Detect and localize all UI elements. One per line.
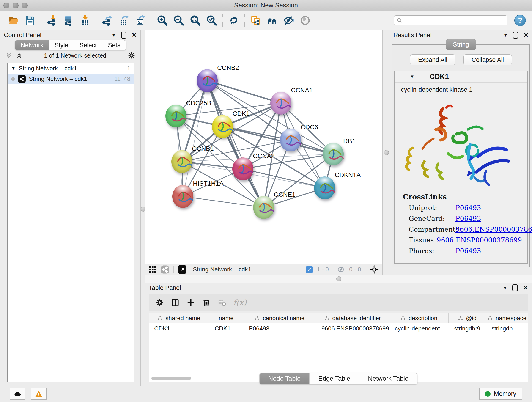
network-node-label: CDK1 [233, 110, 250, 117]
tab-network[interactable]: Network [15, 40, 49, 50]
import-network-from-database-button[interactable] [62, 14, 75, 27]
collapse-all-chevron-icon[interactable] [5, 52, 12, 59]
left-splitter[interactable] [140, 30, 146, 386]
column-header[interactable]: name [209, 313, 243, 323]
right-splitter[interactable] [382, 30, 390, 274]
tab-network-table[interactable]: Network Table [359, 373, 418, 384]
network-node[interactable] [196, 69, 218, 92]
panel-close-icon[interactable]: ✕ [523, 32, 529, 39]
window-title: Session: New Session [0, 0, 532, 10]
import-table-from-file-button[interactable] [79, 14, 92, 27]
expand-all-chevron-icon[interactable] [16, 52, 23, 59]
protein-header[interactable]: ▼ CDK1 [395, 71, 527, 82]
network-edge[interactable] [183, 81, 207, 196]
network-collection-row[interactable]: ▼ String Network – cdk1 1 [7, 63, 134, 74]
column-header[interactable]: canonical name [243, 313, 316, 323]
fit-crosshair-icon[interactable] [370, 265, 379, 274]
network-node[interactable] [280, 128, 301, 152]
zoom-fit-button[interactable] [189, 14, 202, 27]
tab-edge-table[interactable]: Edge Table [310, 373, 359, 384]
tab-sets[interactable]: Sets [102, 40, 126, 50]
duplicate-network-button[interactable] [249, 14, 262, 27]
network-row[interactable]: String Network – cdk1 11 48 [7, 74, 134, 84]
network-node[interactable] [323, 143, 344, 166]
show-all-button[interactable] [298, 14, 312, 27]
column-header[interactable]: shared name [149, 313, 209, 323]
tab-style[interactable]: Style [49, 40, 74, 50]
search-input[interactable] [404, 17, 505, 24]
crosslink-link[interactable]: P06493 [456, 247, 481, 255]
column-header[interactable]: namespace [486, 313, 528, 323]
panel-close-icon[interactable]: ✕ [132, 32, 137, 39]
network-node[interactable] [314, 177, 335, 199]
add-column-icon[interactable] [186, 298, 195, 307]
cloud-status-button[interactable] [10, 388, 25, 400]
crosslink-link[interactable]: 9606.ENSP00000378699 [456, 225, 532, 233]
protein-disclosure-icon[interactable]: ▼ [410, 74, 414, 79]
panel-close-icon[interactable]: ✕ [523, 284, 528, 292]
panel-minimize-icon[interactable]: ▼ [503, 285, 507, 291]
panel-minimize-icon[interactable]: ▼ [112, 32, 116, 38]
network-canvas[interactable]: CCNB2CCNA1CDC25BCDK1CDC6RB1CCNB1CCNA2CDK… [145, 30, 382, 264]
help-button[interactable]: ? [514, 15, 526, 26]
collapse-all-button[interactable]: Collapse All [463, 54, 512, 65]
network-node[interactable] [172, 185, 193, 208]
zoom-in-button[interactable] [156, 14, 169, 27]
search-field[interactable] [394, 15, 507, 26]
network-edge[interactable] [243, 169, 325, 188]
network-node[interactable] [270, 92, 291, 115]
panel-float-icon[interactable] [513, 32, 518, 38]
save-session-button[interactable] [24, 14, 37, 27]
delete-column-icon[interactable] [202, 298, 211, 307]
open-session-button[interactable] [7, 14, 20, 27]
grid-view-icon[interactable] [149, 266, 157, 274]
protein-structure-image [399, 95, 523, 191]
network-node[interactable] [212, 115, 233, 138]
splitter-handle[interactable] [336, 276, 341, 281]
tab-string[interactable]: String [446, 39, 476, 50]
tab-node-table[interactable]: Node Table [259, 373, 310, 384]
collection-disclosure-icon[interactable]: ▼ [11, 66, 16, 71]
panel-float-icon[interactable] [121, 32, 127, 38]
app-window: Session: New Session [0, 0, 532, 402]
import-network-from-file-button[interactable] [46, 14, 59, 27]
table-row[interactable]: CDK1 CDK1 P06493 9606.ENSP00000378699 cy… [149, 323, 528, 334]
memory-button[interactable]: Memory [479, 388, 522, 400]
gear-icon[interactable] [128, 51, 135, 59]
crosslink-link[interactable]: P06493 [456, 204, 481, 212]
hide-selected-button[interactable] [282, 14, 295, 27]
network-node[interactable] [253, 196, 274, 219]
network-node[interactable] [165, 104, 186, 128]
function-builder-icon[interactable]: f(x) [233, 298, 247, 307]
show-columns-icon[interactable] [171, 298, 180, 307]
selected-checkbox[interactable] [306, 266, 313, 273]
crosslink-link[interactable]: P06493 [456, 215, 481, 223]
show-home-button[interactable] [266, 14, 279, 27]
network-edge[interactable] [207, 81, 264, 207]
tab-select[interactable]: Select [74, 40, 102, 50]
network-node[interactable] [232, 157, 253, 180]
splitter-handle[interactable] [384, 150, 389, 155]
delete-table-icon[interactable] [218, 298, 226, 307]
horizontal-splitter[interactable] [145, 274, 532, 283]
apply-layout-button[interactable] [227, 14, 240, 27]
open-in-window-button[interactable] [178, 265, 186, 274]
column-header[interactable]: database identifier [316, 313, 389, 323]
column-header[interactable]: @id [449, 313, 486, 323]
column-header[interactable]: description [389, 313, 449, 323]
export-network-button[interactable] [101, 14, 114, 27]
export-image-button[interactable] [133, 14, 147, 27]
share-view-icon[interactable] [161, 265, 169, 274]
expand-all-button[interactable]: Expand All [410, 54, 456, 65]
network-edge[interactable] [207, 81, 281, 103]
crosslink-link[interactable]: 9606.ENSP00000378699 [437, 236, 522, 244]
zoom-selected-button[interactable] [205, 14, 218, 27]
export-table-button[interactable] [117, 14, 130, 27]
table-settings-gear-icon[interactable] [155, 298, 164, 307]
panel-minimize-icon[interactable]: ▼ [503, 32, 508, 38]
network-node[interactable] [171, 150, 192, 173]
panel-float-icon[interactable] [512, 284, 518, 291]
network-edge[interactable] [183, 196, 264, 207]
zoom-out-button[interactable] [172, 14, 185, 27]
warnings-button[interactable] [31, 388, 46, 400]
